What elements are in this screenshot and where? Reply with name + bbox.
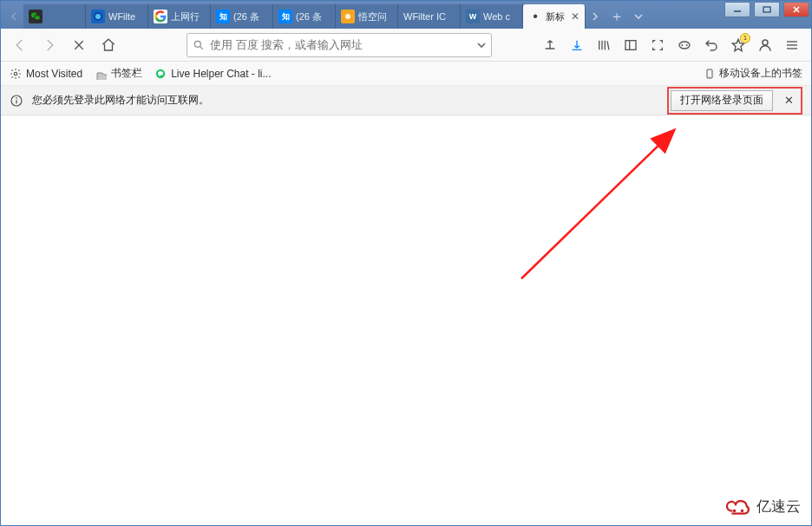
wechat-icon [29,10,43,23]
star-badge: 1 [740,33,750,43]
new-tab-button[interactable]: ＋ [605,4,629,29]
tab-label: 新标 [546,10,566,23]
tab-google[interactable]: 上网行 [148,4,211,29]
svg-point-13 [763,40,768,45]
bookmark-label: Live Helper Chat - li... [171,68,271,80]
notification-message: 您必须先登录此网络才能访问互联网。 [32,93,658,108]
tab-scroll-right[interactable] [586,4,605,29]
svg-point-3 [345,14,350,19]
library-button[interactable] [592,33,616,57]
home-button[interactable] [96,33,121,57]
bookmark-folder[interactable]: 书签栏 [95,66,142,81]
addressbar[interactable] [187,33,492,57]
tab-label: (26 条 [233,10,269,23]
svg-rect-8 [625,40,636,49]
open-login-page-button[interactable]: 打开网络登录页面 [671,90,773,111]
tab-label: WFilter IC [403,11,456,22]
bookmark-label: Most Visited [26,68,82,80]
tab-scroll-left[interactable] [4,4,23,29]
save-page-button[interactable] [538,33,562,57]
back-button[interactable] [8,33,32,57]
bookmark-mobile[interactable]: 移动设备上的书签 [704,66,802,81]
bookmark-star-button[interactable]: 1 [726,33,750,57]
window-controls [723,1,811,29]
svg-rect-5 [763,7,770,12]
tab-zhihu-1[interactable]: 知 (26 条 [211,4,273,29]
bookmark-label: 书签栏 [111,66,142,81]
titlebar: WFilte 上网行 知 (26 条 知 (26 条 悟空问 [1,1,811,29]
tab-wfilter[interactable]: WFilte [86,4,148,29]
gear-icon [10,68,22,80]
tab-newtab[interactable]: • 新标 ✕ [523,4,586,29]
tab-label: 上网行 [171,10,206,23]
sidebar-button[interactable] [619,33,643,57]
tab-label: Web c [483,11,519,22]
svg-point-10 [679,42,690,49]
window-close-button[interactable] [783,2,809,17]
address-input[interactable] [210,38,472,51]
minimize-button[interactable] [724,2,750,17]
tab-wfilter-ic[interactable]: WFilter IC [398,4,461,29]
info-icon [10,94,23,108]
bookmarks-bar: Most Visited 书签栏 Live Helper Chat - li..… [1,62,811,86]
tab-wechat[interactable] [23,4,86,29]
forward-button[interactable] [37,33,62,57]
svg-point-25 [733,509,736,511]
svg-point-11 [681,44,683,46]
svg-point-20 [710,76,710,77]
svg-point-6 [194,41,200,47]
svg-line-7 [200,46,203,49]
tab-label: 悟空问 [358,10,394,23]
tab-label: WFilte [108,11,144,22]
bookmark-label: 移动设备上的书签 [719,66,802,81]
wukong-icon [341,10,355,23]
svg-point-12 [686,44,688,46]
tab-row: WFilte 上网行 知 (26 条 知 (26 条 悟空问 [1,1,723,29]
svg-line-24 [521,131,673,279]
svg-point-26 [741,509,743,511]
wfilter-icon [91,10,105,23]
right-toolbar: 1 [538,33,804,57]
google-icon [154,10,167,23]
page-content [1,115,811,525]
tab-zhihu-2[interactable]: 知 (26 条 [273,4,336,29]
chat-icon [154,68,167,80]
stop-button[interactable] [67,33,91,57]
annotation-arrow [504,96,764,305]
screenshot-button[interactable] [645,33,670,57]
search-icon [193,39,205,51]
watermark: 亿速云 [725,496,801,516]
watermark-logo-icon [725,497,751,516]
folder-icon [95,68,107,80]
tab-web[interactable]: W Web c [461,4,523,29]
notification-action-group: 打开网络登录页面 ✕ [667,87,802,115]
tab-label: (26 条 [296,10,331,23]
notification-close-button[interactable]: ✕ [778,90,799,111]
mobile-icon [704,68,715,80]
svg-point-1 [95,14,101,19]
tab-list-dropdown[interactable] [629,4,648,29]
extension-button[interactable] [672,33,697,57]
tab-close-button[interactable]: ✕ [569,10,581,23]
menu-button[interactable] [780,33,804,57]
downloads-button[interactable] [565,33,589,57]
zhihu-icon: 知 [278,10,292,23]
notification-bar: 您必须先登录此网络才能访问互联网。 打开网络登录页面 ✕ [1,86,811,115]
unsaved-dot-icon: • [528,10,542,23]
zhihu-icon: 知 [216,10,230,23]
tab-wukong[interactable]: 悟空问 [336,4,398,29]
w-icon: W [466,10,480,23]
account-button[interactable] [753,33,777,57]
bookmark-most-visited[interactable]: Most Visited [10,68,82,80]
svg-point-17 [14,72,17,76]
maximize-button[interactable] [754,2,780,17]
navbar: 1 [1,29,811,62]
undo-button[interactable] [699,33,724,57]
svg-point-22 [16,97,17,99]
addressbar-dropdown[interactable] [477,42,486,49]
watermark-text: 亿速云 [756,496,801,516]
bookmark-livehelper[interactable]: Live Helper Chat - li... [154,68,271,80]
